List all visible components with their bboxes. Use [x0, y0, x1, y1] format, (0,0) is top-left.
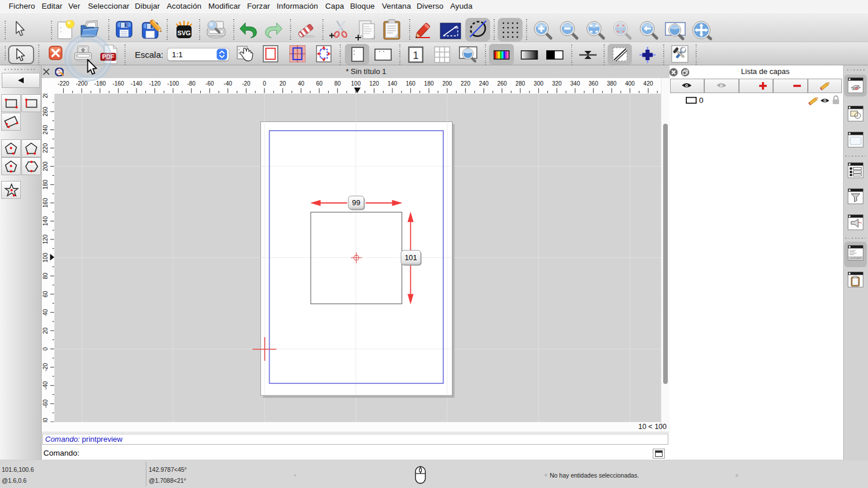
- svg-text:320: 320: [552, 80, 562, 87]
- svg-text:99: 99: [352, 198, 360, 207]
- svg-text:280: 280: [42, 94, 49, 98]
- svg-text:160: 160: [42, 198, 49, 208]
- svg-text:-180: -180: [94, 80, 106, 87]
- svg-text:80: 80: [42, 272, 49, 279]
- svg-text:-80: -80: [42, 417, 49, 422]
- svg-text:340: 340: [571, 80, 580, 87]
- svg-text:100: 100: [42, 253, 49, 263]
- svg-text:260: 260: [42, 106, 49, 116]
- svg-text:180: 180: [42, 180, 49, 190]
- svg-text:-40: -40: [224, 80, 233, 87]
- svg-text:260: 260: [497, 80, 507, 87]
- svg-text:200: 200: [42, 161, 49, 171]
- svg-text:-80: -80: [187, 80, 196, 87]
- svg-text:-40: -40: [42, 381, 49, 390]
- svg-text:101: 101: [404, 253, 417, 262]
- svg-text:280: 280: [516, 80, 525, 87]
- svg-text:140: 140: [42, 216, 49, 226]
- svg-text:300: 300: [534, 80, 543, 87]
- svg-text:-140: -140: [131, 80, 142, 87]
- svg-text:-60: -60: [42, 400, 49, 408]
- svg-text:80: 80: [334, 80, 341, 87]
- svg-text:200: 200: [442, 80, 452, 87]
- svg-text:-100: -100: [167, 80, 179, 87]
- svg-text:140: 140: [388, 80, 398, 87]
- svg-text:240: 240: [42, 125, 49, 135]
- svg-text:20: 20: [42, 327, 49, 334]
- svg-text:220: 220: [461, 80, 470, 87]
- svg-text:240: 240: [479, 80, 489, 87]
- svg-text:100: 100: [351, 80, 361, 87]
- svg-text:60: 60: [42, 291, 49, 298]
- svg-text:120: 120: [369, 80, 379, 87]
- svg-text:40: 40: [42, 309, 49, 316]
- svg-text:command: command: [850, 257, 862, 260]
- svg-text:0: 0: [42, 347, 49, 350]
- svg-text:360: 360: [589, 80, 598, 87]
- svg-text:120: 120: [42, 234, 49, 244]
- svg-text:-220: -220: [58, 80, 69, 87]
- svg-text:380: 380: [607, 80, 617, 87]
- svg-text:160: 160: [406, 80, 415, 87]
- svg-text:180: 180: [424, 80, 434, 87]
- svg-text:420: 420: [643, 80, 653, 87]
- svg-text:-120: -120: [149, 80, 160, 87]
- svg-text:0: 0: [263, 80, 266, 87]
- svg-text:-20: -20: [242, 80, 251, 87]
- svg-text:60: 60: [316, 80, 323, 87]
- svg-text:-20: -20: [42, 363, 49, 371]
- svg-text:-60: -60: [205, 80, 214, 87]
- svg-text:20: 20: [279, 80, 286, 87]
- svg-text:400: 400: [625, 80, 635, 87]
- svg-text:40: 40: [298, 80, 305, 87]
- svg-text:220: 220: [42, 143, 49, 153]
- svg-text:-160: -160: [112, 80, 124, 87]
